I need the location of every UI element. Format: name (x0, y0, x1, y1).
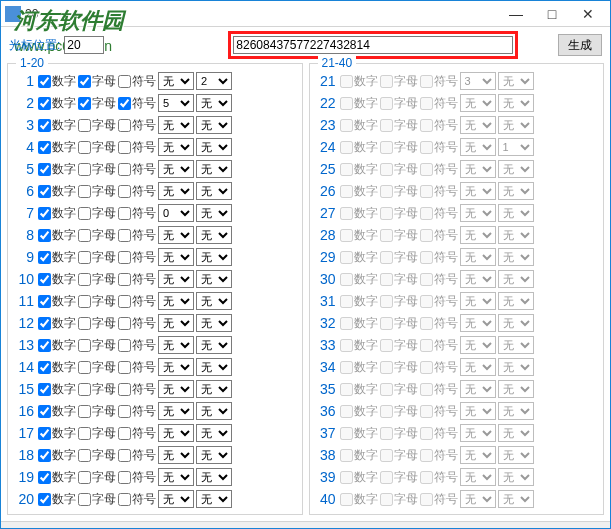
symbol-label[interactable]: 符号 (118, 293, 156, 310)
symbol-checkbox[interactable] (118, 119, 131, 132)
select-2[interactable]: 无 (196, 160, 232, 178)
digit-checkbox[interactable] (38, 339, 51, 352)
symbol-checkbox[interactable] (118, 295, 131, 308)
symbol-label[interactable]: 符号 (118, 447, 156, 464)
symbol-label[interactable]: 符号 (118, 183, 156, 200)
letter-label[interactable]: 字母 (78, 95, 116, 112)
select-2[interactable]: 无 (196, 468, 232, 486)
digit-label[interactable]: 数字 (38, 95, 76, 112)
letter-label[interactable]: 字母 (78, 183, 116, 200)
select-1[interactable]: 无 (158, 424, 194, 442)
digit-checkbox[interactable] (38, 427, 51, 440)
select-2[interactable]: 无 (196, 138, 232, 156)
select-1[interactable]: 5 (158, 94, 194, 112)
symbol-checkbox[interactable] (118, 427, 131, 440)
digit-checkbox[interactable] (38, 317, 51, 330)
letter-label[interactable]: 字母 (78, 315, 116, 332)
letter-checkbox[interactable] (78, 427, 91, 440)
select-1[interactable]: 无 (158, 116, 194, 134)
letter-label[interactable]: 字母 (78, 117, 116, 134)
letter-label[interactable]: 字母 (78, 403, 116, 420)
select-2[interactable]: 无 (196, 270, 232, 288)
letter-checkbox[interactable] (78, 493, 91, 506)
maximize-button[interactable]: □ (534, 4, 570, 24)
letter-checkbox[interactable] (78, 97, 91, 110)
generate-button[interactable]: 生成 (558, 34, 602, 56)
digit-checkbox[interactable] (38, 361, 51, 374)
symbol-checkbox[interactable] (118, 163, 131, 176)
digit-label[interactable]: 数字 (38, 161, 76, 178)
digit-checkbox[interactable] (38, 405, 51, 418)
symbol-label[interactable]: 符号 (118, 491, 156, 508)
select-2[interactable]: 无 (196, 248, 232, 266)
select-1[interactable]: 无 (158, 182, 194, 200)
symbol-label[interactable]: 符号 (118, 425, 156, 442)
letter-label[interactable]: 字母 (78, 73, 116, 90)
symbol-label[interactable]: 符号 (118, 403, 156, 420)
letter-checkbox[interactable] (78, 383, 91, 396)
symbol-checkbox[interactable] (118, 273, 131, 286)
symbol-label[interactable]: 符号 (118, 337, 156, 354)
digit-checkbox[interactable] (38, 141, 51, 154)
digit-label[interactable]: 数字 (38, 249, 76, 266)
letter-label[interactable]: 字母 (78, 425, 116, 442)
symbol-checkbox[interactable] (118, 141, 131, 154)
select-2[interactable]: 无 (196, 116, 232, 134)
letter-checkbox[interactable] (78, 273, 91, 286)
letter-checkbox[interactable] (78, 119, 91, 132)
letter-label[interactable]: 字母 (78, 161, 116, 178)
digit-checkbox[interactable] (38, 251, 51, 264)
digit-checkbox[interactable] (38, 471, 51, 484)
digit-label[interactable]: 数字 (38, 447, 76, 464)
digit-checkbox[interactable] (38, 207, 51, 220)
symbol-label[interactable]: 符号 (118, 117, 156, 134)
select-2[interactable]: 无 (196, 490, 232, 508)
symbol-checkbox[interactable] (118, 405, 131, 418)
symbol-label[interactable]: 符号 (118, 359, 156, 376)
select-2[interactable]: 无 (196, 358, 232, 376)
letter-label[interactable]: 字母 (78, 249, 116, 266)
select-1[interactable]: 无 (158, 270, 194, 288)
digit-checkbox[interactable] (38, 449, 51, 462)
digit-label[interactable]: 数字 (38, 183, 76, 200)
letter-label[interactable]: 字母 (78, 271, 116, 288)
select-1[interactable]: 无 (158, 292, 194, 310)
select-2[interactable]: 无 (196, 292, 232, 310)
letter-checkbox[interactable] (78, 141, 91, 154)
letter-checkbox[interactable] (78, 229, 91, 242)
digit-checkbox[interactable] (38, 493, 51, 506)
cursor-pos-input[interactable] (64, 36, 104, 54)
symbol-checkbox[interactable] (118, 317, 131, 330)
digit-label[interactable]: 数字 (38, 469, 76, 486)
symbol-label[interactable]: 符号 (118, 381, 156, 398)
digit-label[interactable]: 数字 (38, 359, 76, 376)
symbol-label[interactable]: 符号 (118, 249, 156, 266)
letter-label[interactable]: 字母 (78, 491, 116, 508)
select-2[interactable]: 无 (196, 446, 232, 464)
select-1[interactable]: 无 (158, 314, 194, 332)
letter-label[interactable]: 字母 (78, 337, 116, 354)
select-1[interactable]: 无 (158, 446, 194, 464)
symbol-checkbox[interactable] (118, 185, 131, 198)
digit-checkbox[interactable] (38, 75, 51, 88)
symbol-checkbox[interactable] (118, 207, 131, 220)
select-2[interactable]: 无 (196, 204, 232, 222)
digit-label[interactable]: 数字 (38, 315, 76, 332)
digit-label[interactable]: 数字 (38, 491, 76, 508)
digit-label[interactable]: 数字 (38, 425, 76, 442)
select-2[interactable]: 无 (196, 226, 232, 244)
symbol-label[interactable]: 符号 (118, 469, 156, 486)
digit-label[interactable]: 数字 (38, 403, 76, 420)
select-1[interactable]: 无 (158, 248, 194, 266)
digit-label[interactable]: 数字 (38, 227, 76, 244)
digit-label[interactable]: 数字 (38, 139, 76, 156)
select-2[interactable]: 2 (196, 72, 232, 90)
digit-label[interactable]: 数字 (38, 337, 76, 354)
digit-checkbox[interactable] (38, 163, 51, 176)
symbol-label[interactable]: 符号 (118, 95, 156, 112)
letter-checkbox[interactable] (78, 361, 91, 374)
symbol-checkbox[interactable] (118, 449, 131, 462)
symbol-checkbox[interactable] (118, 493, 131, 506)
main-input[interactable] (233, 36, 513, 54)
letter-checkbox[interactable] (78, 317, 91, 330)
